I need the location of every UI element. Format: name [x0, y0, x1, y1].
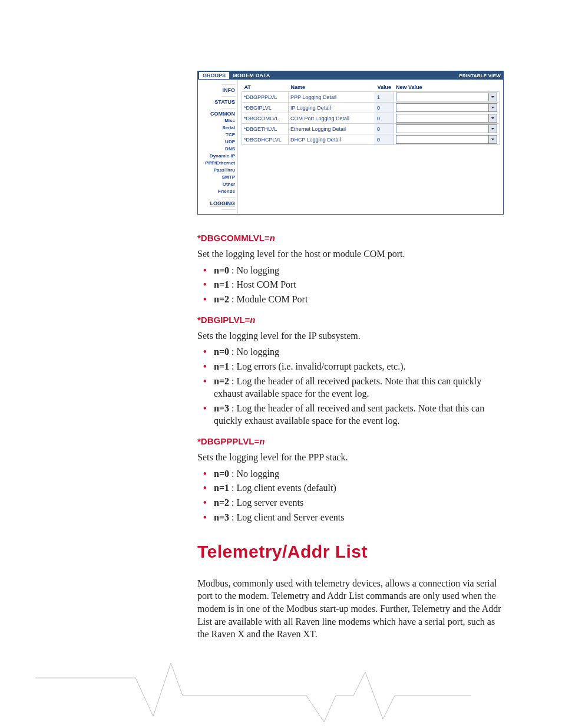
sidebar-item-serial[interactable]: Serial — [199, 124, 235, 131]
chevron-down-icon — [488, 93, 497, 101]
cmd-dbgcommlvl-heading: *DBGCOMMLVL=n — [197, 232, 504, 244]
table-row: *DBGDHCPLVLDHCP Logging Detail0 — [242, 134, 500, 145]
modem-config-panel: GROUPS MODEM DATA PRINTABLE VIEW -------… — [197, 71, 504, 215]
section-body-telemetry: Modbus, commonly used with telemetry dev… — [197, 577, 504, 641]
groups-tab[interactable]: GROUPS — [199, 72, 229, 79]
cell-value: 0 — [375, 134, 394, 145]
sidebar-item-passthru[interactable]: PassThru — [199, 167, 235, 174]
cmd-dbgcommlvl-list: n=0 : No loggingn=1 : Host COM Portn=2 :… — [197, 264, 504, 306]
cell-new-value — [394, 92, 499, 103]
list-item: n=0 : No logging — [197, 345, 504, 358]
sidebar-item-tcp[interactable]: TCP — [199, 131, 235, 139]
table-row: *DBGETHLVLEthernet Logging Detail0 — [242, 124, 500, 134]
cell-new-value — [394, 103, 499, 113]
col-new-value: New Value — [394, 83, 499, 92]
list-item: n=3 : Log the header of all received and… — [197, 402, 504, 427]
chevron-down-icon — [488, 136, 497, 143]
sidebar-item-udp[interactable]: UDP — [199, 139, 235, 146]
cell-value: 0 — [375, 103, 394, 113]
list-item: n=1 : Host COM Port — [197, 278, 504, 291]
cell-name: PPP Logging Detail — [289, 92, 375, 103]
cell-value: 0 — [375, 113, 394, 124]
cmd-dbgppplvl-desc: Sets the logging level for the PPP stack… — [197, 451, 504, 464]
sidebar-item-misc[interactable]: Misc — [199, 117, 235, 124]
main-pane: AT Name Value New Value *DBGPPPLVLPPP Lo… — [238, 80, 503, 214]
cell-at: *DBGCOMLVL — [242, 113, 289, 124]
settings-table: AT Name Value New Value *DBGPPPLVLPPP Lo… — [242, 83, 500, 145]
list-item: n=2 : Module COM Port — [197, 293, 504, 306]
list-item: n=3 : Log client and Server events — [197, 511, 504, 524]
list-item: n=0 : No logging — [197, 264, 504, 277]
list-item: n=2 : Log server events — [197, 496, 504, 509]
cell-name: Ethernet Logging Detail — [289, 124, 375, 134]
new-value-select[interactable] — [396, 114, 497, 123]
cmd-dbgiplvl-heading: *DBGIPLVL=n — [197, 314, 504, 326]
sidebar: -------------- INFO -------------- STATU… — [198, 80, 238, 214]
sidebar-item-smtp[interactable]: SMTP — [199, 174, 235, 181]
section-title-telemetry: Telemetry/Addr List — [197, 540, 504, 564]
new-value-select[interactable] — [396, 93, 497, 101]
cmd-dbgiplvl-list: n=0 : No loggingn=1 : Log errors (i.e. i… — [197, 345, 504, 427]
list-item: n=1 : Log errors (i.e. invalid/corrupt p… — [197, 360, 504, 373]
cell-at: *DBGDHCPLVL — [242, 134, 289, 145]
page: GROUPS MODEM DATA PRINTABLE VIEW -------… — [0, 0, 562, 728]
cell-new-value — [394, 124, 499, 134]
cell-at: *DBGETHLVL — [242, 124, 289, 134]
cmd-dbgppplvl-list: n=0 : No loggingn=1 : Log client events … — [197, 467, 504, 523]
content-area: GROUPS MODEM DATA PRINTABLE VIEW -------… — [197, 71, 504, 644]
list-item: n=2 : Log the header of all received pac… — [197, 375, 504, 400]
new-value-select[interactable] — [396, 124, 497, 133]
sidebar-item-dns[interactable]: DNS — [199, 146, 235, 153]
cmd-dbgcommlvl-desc: Set the logging level for the host or mo… — [197, 248, 504, 261]
cell-name: DHCP Logging Detail — [289, 134, 375, 145]
chevron-down-icon — [488, 104, 497, 111]
table-row: *DBGPPPLVLPPP Logging Detail1 — [242, 92, 500, 103]
chevron-down-icon — [488, 125, 497, 133]
cell-new-value — [394, 134, 499, 145]
table-row: *DBGIPLVLIP Logging Detail0 — [242, 103, 500, 113]
cmd-dbgiplvl-desc: Sets the logging level for the IP subsys… — [197, 330, 504, 342]
cell-value: 0 — [375, 124, 394, 134]
cmd-dbgppplvl-heading: *DBGPPPLVL=n — [197, 436, 504, 447]
table-row: *DBGCOMLVLCOM Port Logging Detail0 — [242, 113, 500, 124]
doc-body: *DBGCOMMLVL=n Set the logging level for … — [197, 232, 504, 641]
new-value-select[interactable] — [396, 103, 497, 112]
cell-new-value — [394, 113, 499, 124]
decorative-waves — [35, 660, 471, 728]
col-value: Value — [375, 83, 394, 92]
printable-view-link[interactable]: PRINTABLE VIEW — [459, 73, 501, 78]
sidebar-item-dynamic-ip[interactable]: Dynamic IP — [199, 153, 235, 160]
list-item: n=1 : Log client events (default) — [197, 482, 504, 495]
sidebar-item-ppp-ethernet[interactable]: PPP/Ethernet — [199, 160, 235, 167]
panel-titlebar: GROUPS MODEM DATA PRINTABLE VIEW — [198, 71, 503, 80]
sidebar-item-other[interactable]: Other — [199, 181, 235, 188]
modem-data-label: MODEM DATA — [233, 73, 270, 78]
new-value-select[interactable] — [396, 135, 497, 144]
col-at: AT — [242, 83, 289, 92]
cell-at: *DBGPPPLVL — [242, 92, 289, 103]
col-name: Name — [289, 83, 375, 92]
sidebar-item-common[interactable]: COMMON — [199, 110, 235, 117]
cell-at: *DBGIPLVL — [242, 103, 289, 113]
cell-name: IP Logging Detail — [289, 103, 375, 113]
cell-value: 1 — [375, 92, 394, 103]
chevron-down-icon — [488, 114, 497, 122]
list-item: n=0 : No logging — [197, 467, 504, 480]
cell-name: COM Port Logging Detail — [289, 113, 375, 124]
